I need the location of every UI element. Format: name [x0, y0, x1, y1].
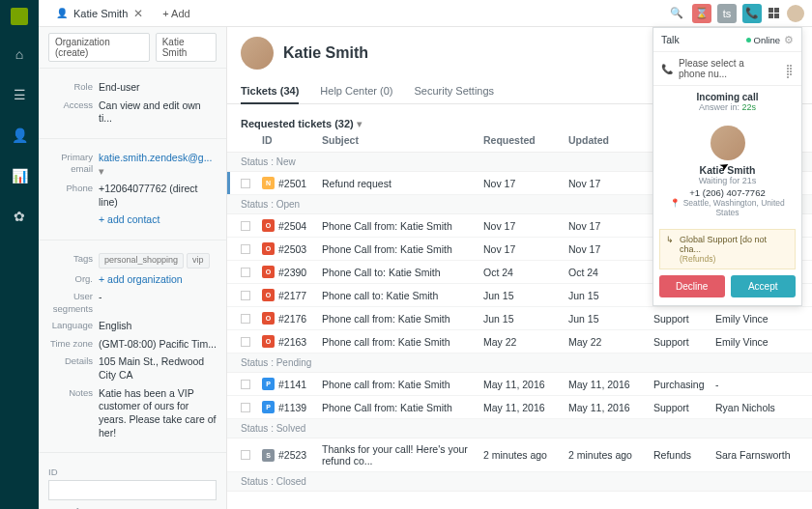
row-checkbox[interactable] — [241, 179, 250, 188]
ticket-updated: Nov 17 — [568, 220, 653, 232]
views-icon[interactable]: ☰ — [14, 83, 26, 106]
search-icon[interactable]: 🔍 — [667, 4, 686, 23]
answer-in: Answer in: 22s — [661, 102, 794, 112]
ticket-subject: Phone call from: Katie Smith — [322, 313, 483, 325]
call-route-note: ↳ Global Support [do not cha...(Refunds) — [659, 229, 796, 269]
ticket-updated: Jun 15 — [568, 290, 653, 301]
settings-icon[interactable]: ✿ — [14, 205, 25, 228]
ticket-id: #2177 — [278, 290, 306, 301]
row-checkbox[interactable] — [241, 314, 250, 324]
ticket-updated: May 11, 2016 — [568, 379, 653, 390]
talk-number-select[interactable]: Please select a phone nu... — [679, 58, 768, 79]
row-checkbox[interactable] — [241, 244, 250, 254]
decline-button[interactable]: Decline — [659, 275, 725, 297]
ticket-requested: Jun 15 — [483, 290, 568, 301]
ticket-requested: Oct 24 — [483, 267, 568, 278]
tags-value[interactable]: personal_shoppingvip — [99, 253, 217, 269]
reports-icon[interactable]: 📊 — [12, 164, 28, 187]
row-checkbox[interactable] — [241, 268, 250, 277]
ticket-requested: Nov 17 — [483, 220, 568, 232]
status-badge: S — [262, 449, 275, 462]
notes-value[interactable]: Katie has been a VIP customer of ours fo… — [99, 387, 217, 440]
ticket-updated: 2 minutes ago — [568, 449, 653, 461]
close-tab-icon[interactable]: ✕ — [133, 7, 143, 20]
ticket-requested: Nov 17 — [483, 243, 568, 255]
status-badge: O — [262, 219, 275, 232]
talk-square-icon[interactable]: 📞 — [742, 4, 762, 23]
col-requested[interactable]: Requested — [483, 134, 568, 146]
crumb-org[interactable]: Organization (create) — [48, 33, 150, 62]
ticket-subject: Phone call to: Katie Smith — [322, 290, 483, 301]
row-checkbox[interactable] — [241, 291, 250, 300]
talk-panel: Talk Online ⚙ 📞 Please select a phone nu… — [652, 27, 802, 306]
add-button[interactable]: + Add — [153, 8, 199, 19]
status-badge: N — [262, 177, 275, 189]
caller-avatar — [710, 126, 745, 160]
status-group-closed: Status : Closed — [227, 472, 812, 492]
add-contact-link[interactable]: + add contact — [99, 213, 217, 227]
brand-logo-icon — [11, 8, 28, 25]
row-checkbox[interactable] — [241, 450, 250, 460]
tab-helpcenter[interactable]: Help Center (0) — [320, 79, 392, 103]
lang-value[interactable]: English — [99, 320, 217, 333]
table-row[interactable]: S#2523Thanks for your call! Here's your … — [227, 438, 812, 472]
row-checkbox[interactable] — [241, 403, 250, 412]
user-sidebar: Organization (create) Katie Smith RoleEn… — [39, 27, 227, 509]
role-value[interactable]: End-user — [99, 81, 217, 95]
tz-value[interactable]: (GMT-08:00) Pacific Tim... — [99, 338, 217, 352]
ticket-subject: Phone Call from: Katie Smith — [322, 402, 483, 413]
caller-name[interactable]: Katie Smith — [661, 164, 794, 176]
breadcrumb: Organization (create) Katie Smith — [39, 27, 226, 68]
ticket-group: Support — [653, 313, 715, 325]
tab-tickets[interactable]: Tickets (34) — [241, 79, 299, 104]
workspace-tab[interactable]: 👤 Katie Smith ✕ — [46, 0, 153, 27]
phone-label: Phone — [39, 183, 99, 194]
caller-wait: Waiting for 21s — [661, 176, 794, 185]
top-square-1[interactable]: ⌛ — [692, 4, 711, 23]
col-subject[interactable]: Subject — [322, 134, 483, 146]
user-avatar — [241, 37, 274, 70]
org-value[interactable]: + add organization — [99, 273, 217, 287]
home-icon[interactable]: ⌂ — [15, 42, 23, 66]
status-badge: O — [262, 289, 275, 301]
col-updated[interactable]: Updated — [568, 134, 653, 146]
person-icon: 👤 — [56, 8, 68, 18]
talk-status-online[interactable]: Online — [746, 35, 780, 45]
tz-label: Time zone — [39, 338, 99, 350]
customers-icon[interactable]: 👤 — [12, 124, 28, 147]
field-id-label: ID — [48, 467, 217, 477]
accept-button[interactable]: Accept — [731, 275, 797, 297]
ticket-updated: Oct 24 — [568, 267, 653, 278]
email-value[interactable]: katie.smith.zendesk@g... ▾ — [99, 152, 217, 178]
ticket-id: #2163 — [278, 336, 306, 348]
table-row[interactable]: O#2176Phone call from: Katie SmithJun 15… — [227, 307, 812, 330]
ticket-assignee: Emily Vince — [715, 336, 798, 348]
table-row[interactable]: P#1139Phone Call from: Katie SmithMay 11… — [227, 396, 812, 419]
tab-security[interactable]: Security Settings — [415, 79, 495, 103]
top-square-2[interactable]: ts — [717, 4, 737, 23]
access-value[interactable]: Can view and edit own ti... — [99, 99, 217, 126]
table-row[interactable]: O#2163Phone call from: Katie SmithMay 22… — [227, 330, 812, 353]
col-id[interactable]: ID — [262, 134, 322, 146]
field-id-input[interactable] — [48, 480, 217, 500]
status-badge: O — [262, 266, 275, 278]
talk-settings-icon[interactable]: ⚙ — [784, 34, 794, 45]
ticket-requested: May 11, 2016 — [483, 402, 568, 413]
ticket-subject: Phone Call from: Katie Smith — [322, 220, 483, 232]
table-row[interactable]: P#1141Phone call from: Katie SmithMay 11… — [227, 373, 812, 396]
current-user-avatar[interactable] — [787, 5, 804, 22]
ticket-id: #1139 — [278, 402, 306, 413]
row-checkbox[interactable] — [241, 337, 250, 347]
details-value[interactable]: 105 Main St., Redwood City CA — [99, 355, 217, 382]
row-checkbox[interactable] — [241, 380, 250, 389]
top-bar: 👤 Katie Smith ✕ + Add 🔍 ⌛ ts 📞 — [39, 0, 812, 27]
apps-icon[interactable] — [768, 8, 781, 19]
ticket-subject: Phone call from: Katie Smith — [322, 379, 483, 390]
row-checkbox[interactable] — [241, 221, 250, 231]
ticket-assignee: Emily Vince — [715, 313, 798, 325]
crumb-user[interactable]: Katie Smith — [156, 33, 217, 62]
dialpad-icon[interactable] — [786, 64, 794, 73]
ticket-requested: May 22 — [483, 336, 568, 348]
ticket-assignee: - — [715, 379, 798, 390]
phone-value[interactable]: +12064077762 (direct line) — [99, 183, 217, 209]
